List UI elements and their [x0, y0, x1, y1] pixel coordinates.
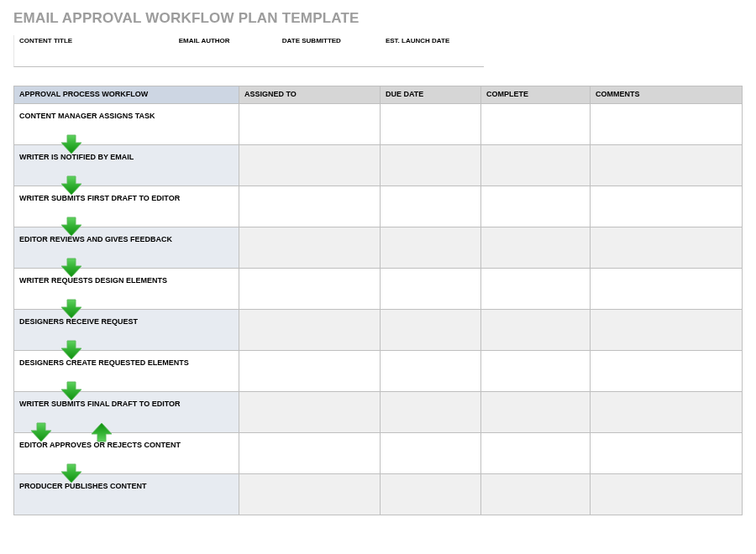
- workflow-step-cell: WRITER IS NOTIFIED BY EMAIL: [14, 145, 239, 186]
- due-cell[interactable]: [381, 269, 481, 309]
- workflow-step-label: EDITOR REVIEWS AND GIVES FEEDBACK: [19, 233, 234, 244]
- email-author-field: EMAIL AUTHOR: [174, 35, 277, 66]
- workflow-step-cell: CONTENT MANAGER ASSIGNS TASK: [14, 104, 239, 144]
- comments-cell[interactable]: [591, 310, 742, 350]
- table-row: WRITER IS NOTIFIED BY EMAIL: [14, 145, 742, 186]
- col-assigned: ASSIGNED TO: [239, 86, 381, 103]
- comments-cell[interactable]: [591, 351, 742, 391]
- workflow-step-label: PRODUCER PUBLISHES CONTENT: [19, 479, 234, 491]
- assigned-cell[interactable]: [239, 392, 381, 432]
- arrow-down-icon: [60, 257, 83, 279]
- est-launch-date-field: EST. LAUNCH DATE: [381, 35, 484, 66]
- arrow-down-icon: [60, 298, 83, 320]
- workflow-step-cell: EDITOR REVIEWS AND GIVES FEEDBACK: [14, 227, 239, 268]
- table-row: DESIGNERS CREATE REQUESTED ELEMENTS: [14, 351, 742, 392]
- complete-cell[interactable]: [481, 433, 591, 473]
- content-title-input[interactable]: [19, 46, 169, 66]
- workflow-step-label: WRITER SUBMITS FINAL DRAFT TO EDITOR: [19, 397, 234, 409]
- arrow-up-icon: [90, 421, 113, 443]
- table-row: PRODUCER PUBLISHES CONTENT: [14, 474, 742, 515]
- complete-cell[interactable]: [481, 104, 591, 144]
- comments-cell[interactable]: [591, 104, 742, 144]
- comments-cell[interactable]: [591, 145, 742, 186]
- table-row: EDITOR REVIEWS AND GIVES FEEDBACK: [14, 227, 742, 269]
- assigned-cell[interactable]: [239, 104, 381, 144]
- table-row: WRITER SUBMITS FINAL DRAFT TO EDITOR: [14, 392, 742, 433]
- content-title-label: CONTENT TITLE: [19, 35, 169, 46]
- due-cell[interactable]: [381, 433, 481, 473]
- due-cell[interactable]: [381, 104, 481, 144]
- arrow-down-icon: [60, 133, 83, 155]
- est-launch-date-input[interactable]: [386, 46, 479, 66]
- col-workflow: APPROVAL PROCESS WORKFLOW: [14, 86, 239, 103]
- comments-cell[interactable]: [591, 227, 742, 268]
- table-row: CONTENT MANAGER ASSIGNS TASK: [14, 104, 742, 145]
- col-complete: COMPLETE: [481, 86, 591, 103]
- arrow-down-icon: [60, 216, 83, 238]
- assigned-cell[interactable]: [239, 145, 381, 186]
- due-cell[interactable]: [381, 145, 481, 186]
- complete-cell[interactable]: [481, 145, 591, 186]
- due-cell[interactable]: [381, 351, 481, 391]
- assigned-cell[interactable]: [239, 310, 381, 350]
- workflow-step-cell: DESIGNERS RECEIVE REQUEST: [14, 310, 239, 350]
- email-author-input[interactable]: [179, 46, 272, 66]
- arrow-down-icon: [60, 463, 83, 484]
- workflow-step-cell: WRITER REQUESTS DESIGN ELEMENTS: [14, 269, 239, 309]
- comments-cell[interactable]: [591, 433, 742, 473]
- due-cell[interactable]: [381, 186, 481, 227]
- assigned-cell[interactable]: [239, 433, 381, 473]
- date-submitted-field: DATE SUBMITTED: [277, 35, 381, 66]
- table-row: WRITER REQUESTS DESIGN ELEMENTS: [14, 269, 742, 310]
- page-title: EMAIL APPROVAL WORKFLOW PLAN TEMPLATE: [13, 10, 743, 27]
- workflow-table: APPROVAL PROCESS WORKFLOW ASSIGNED TO DU…: [13, 86, 743, 515]
- due-cell[interactable]: [381, 474, 481, 515]
- content-title-field: CONTENT TITLE: [14, 35, 174, 66]
- complete-cell[interactable]: [481, 186, 591, 227]
- workflow-step-label: CONTENT MANAGER ASSIGNS TASK: [19, 109, 234, 121]
- complete-cell[interactable]: [481, 474, 591, 515]
- date-submitted-label: DATE SUBMITTED: [282, 35, 375, 46]
- workflow-step-cell: WRITER SUBMITS FIRST DRAFT TO EDITOR: [14, 186, 239, 227]
- table-row: DESIGNERS RECEIVE REQUEST: [14, 310, 742, 351]
- workflow-step-label: DESIGNERS RECEIVE REQUEST: [19, 315, 234, 327]
- workflow-step-cell: WRITER SUBMITS FINAL DRAFT TO EDITOR: [14, 392, 239, 432]
- workflow-step-label: WRITER SUBMITS FIRST DRAFT TO EDITOR: [19, 191, 234, 203]
- complete-cell[interactable]: [481, 392, 591, 432]
- due-cell[interactable]: [381, 310, 481, 350]
- col-due: DUE DATE: [381, 86, 481, 103]
- table-row: EDITOR APPROVES OR REJECTS CONTENT: [14, 433, 742, 474]
- assigned-cell[interactable]: [239, 269, 381, 309]
- comments-cell[interactable]: [591, 474, 742, 515]
- due-cell[interactable]: [381, 392, 481, 432]
- workflow-step-label: WRITER IS NOTIFIED BY EMAIL: [19, 150, 234, 162]
- workflow-step-label: WRITER REQUESTS DESIGN ELEMENTS: [19, 274, 234, 285]
- email-author-label: EMAIL AUTHOR: [179, 35, 272, 46]
- col-comments: COMMENTS: [591, 86, 742, 103]
- assigned-cell[interactable]: [239, 474, 381, 515]
- est-launch-date-label: EST. LAUNCH DATE: [386, 35, 479, 46]
- assigned-cell[interactable]: [239, 186, 381, 227]
- comments-cell[interactable]: [591, 186, 742, 227]
- complete-cell[interactable]: [481, 310, 591, 350]
- date-submitted-input[interactable]: [282, 46, 375, 66]
- arrow-down-icon: [60, 339, 83, 361]
- comments-cell[interactable]: [591, 392, 742, 432]
- due-cell[interactable]: [381, 227, 481, 268]
- meta-fields: CONTENT TITLE EMAIL AUTHOR DATE SUBMITTE…: [13, 35, 484, 67]
- assigned-cell[interactable]: [239, 227, 381, 268]
- arrow-down-icon: [60, 175, 83, 196]
- complete-cell[interactable]: [481, 227, 591, 268]
- workflow-step-label: DESIGNERS CREATE REQUESTED ELEMENTS: [19, 356, 234, 368]
- complete-cell[interactable]: [481, 351, 591, 391]
- arrow-down-icon: [60, 380, 83, 402]
- assigned-cell[interactable]: [239, 351, 381, 391]
- workflow-step-cell: PRODUCER PUBLISHES CONTENT: [14, 474, 239, 515]
- complete-cell[interactable]: [481, 269, 591, 309]
- table-row: WRITER SUBMITS FIRST DRAFT TO EDITOR: [14, 186, 742, 227]
- workflow-step-cell: DESIGNERS CREATE REQUESTED ELEMENTS: [14, 351, 239, 391]
- comments-cell[interactable]: [591, 269, 742, 309]
- arrow-down-icon: [29, 421, 53, 443]
- column-header-row: APPROVAL PROCESS WORKFLOW ASSIGNED TO DU…: [14, 86, 742, 104]
